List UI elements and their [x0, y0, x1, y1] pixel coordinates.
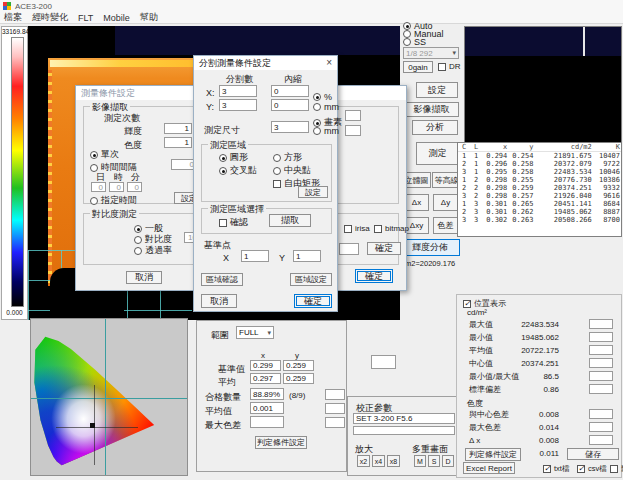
- table-row[interactable]: 110.2940.25421891.67510407: [458, 152, 621, 161]
- setting-button[interactable]: 設定: [416, 82, 458, 98]
- multi-m-button[interactable]: M: [414, 455, 426, 467]
- split-measure-dialog[interactable]: 分割測量條件設定 × 分割數 內縮 X: 3 0 Y: 3 0 % mm 測定尺…: [193, 55, 338, 312]
- max-color-diff-field[interactable]: [250, 416, 284, 428]
- table-row[interactable]: 130.3010.26520451.1418684: [458, 200, 621, 208]
- analyze-button[interactable]: 分析: [412, 120, 458, 135]
- zoom-x4-button[interactable]: x4: [372, 455, 385, 467]
- table-row[interactable]: 310.2950.25822483.53410046: [458, 168, 621, 176]
- mean-field[interactable]: 0.001: [250, 402, 284, 414]
- cross-point-radio[interactable]: 交叉點: [219, 164, 257, 177]
- aux-field[interactable]: [345, 125, 361, 136]
- stat-box[interactable]: [589, 435, 613, 445]
- menu-item[interactable]: 檔案: [4, 11, 22, 24]
- x-inset-field[interactable]: 0: [271, 85, 309, 97]
- specified-time-radio[interactable]: 指定時間: [90, 194, 137, 207]
- ss-radio[interactable]: SS: [403, 37, 426, 47]
- sub-ok-button[interactable]: 確定: [367, 242, 401, 255]
- result-box[interactable]: [325, 403, 345, 414]
- menu-item[interactable]: 幫助: [140, 11, 158, 24]
- circle-radio[interactable]: 圓形: [219, 151, 248, 164]
- close-icon[interactable]: ×: [326, 58, 332, 68]
- menu-item[interactable]: FLT: [78, 13, 93, 23]
- excel-report-button[interactable]: Excel Report: [463, 462, 515, 474]
- reference-y-field[interactable]: 0.259: [283, 360, 314, 371]
- base-y-field[interactable]: 1: [293, 250, 321, 262]
- table-row[interactable]: 220.2980.25920374.2519332: [458, 184, 621, 192]
- bitmap-checkbox[interactable]: bitmap: [374, 224, 409, 233]
- stat-box[interactable]: [589, 371, 613, 381]
- stat-box[interactable]: [589, 384, 613, 394]
- measure-size-field[interactable]: 3: [271, 121, 309, 133]
- y-divisions-field[interactable]: 3: [219, 99, 257, 111]
- calibration-preset-field[interactable]: SET 3-200 F5.6: [353, 413, 455, 424]
- table-row[interactable]: 210.2960.25820372.0799722: [458, 160, 621, 168]
- cancel-button[interactable]: 取消: [201, 294, 237, 308]
- center-point-radio[interactable]: 中央點: [273, 164, 311, 177]
- cie-diagram[interactable]: [30, 318, 188, 476]
- shutter-dropdown[interactable]: 1/8 292▾: [403, 47, 459, 59]
- mm-radio[interactable]: mm: [313, 126, 339, 136]
- judge-condition-button[interactable]: 判定條件設定: [255, 436, 307, 449]
- stat-box[interactable]: [589, 358, 613, 368]
- base-x-field[interactable]: 1: [241, 250, 269, 262]
- range-dropdown[interactable]: FULL▾: [236, 326, 274, 339]
- day-field[interactable]: 0: [91, 182, 106, 192]
- image-file-checkbox[interactable]: 影像檔: [610, 464, 623, 474]
- cancel-button[interactable]: 取消: [126, 271, 162, 284]
- table-row[interactable]: 330.3020.26320508.2668700: [458, 216, 621, 224]
- irisa-checkbox[interactable]: irisa: [344, 224, 370, 233]
- chroma-count-field[interactable]: 1: [164, 137, 192, 148]
- area-setting-button[interactable]: 設定: [298, 186, 328, 198]
- ok-button[interactable]: 確定: [294, 294, 332, 308]
- delta-x-button[interactable]: Δx: [404, 194, 429, 211]
- aux-field[interactable]: [339, 243, 359, 255]
- luminance-count-field[interactable]: 1: [164, 123, 192, 134]
- reference-x-field[interactable]: 0.299: [250, 360, 281, 371]
- aux-field[interactable]: [371, 355, 396, 369]
- color-diff-button[interactable]: 色差: [433, 217, 458, 234]
- stat-box[interactable]: [589, 345, 613, 355]
- table-row[interactable]: 230.3010.26219485.0628887: [458, 208, 621, 216]
- square-radio[interactable]: 方形: [273, 151, 302, 164]
- stat-box[interactable]: [589, 409, 613, 419]
- aux-field[interactable]: [345, 110, 361, 121]
- grab-button[interactable]: 擷取: [269, 214, 311, 227]
- zoom-x8-button[interactable]: x8: [387, 455, 400, 467]
- result-box[interactable]: [325, 417, 345, 428]
- result-box[interactable]: [325, 389, 345, 400]
- transmittance-radio[interactable]: 透過率: [134, 244, 172, 257]
- save-button[interactable]: 儲存: [567, 448, 619, 460]
- multi-d-button[interactable]: D: [442, 455, 454, 467]
- stat-box[interactable]: [589, 319, 613, 329]
- minute-field[interactable]: 0: [127, 182, 142, 192]
- dr-checkbox[interactable]: DR: [438, 62, 461, 71]
- table-row[interactable]: 320.2980.25721926.0409616: [458, 192, 621, 200]
- mm-radio[interactable]: mm: [313, 102, 339, 112]
- gain-button[interactable]: 0gain: [403, 61, 433, 73]
- csv-file-checkbox[interactable]: csv檔: [577, 464, 607, 474]
- txt-file-checkbox[interactable]: txt檔: [543, 464, 569, 474]
- stat-box[interactable]: [589, 332, 613, 342]
- menu-item[interactable]: Mobile: [103, 13, 130, 23]
- pass-count-field[interactable]: 88.89%: [250, 388, 284, 400]
- x-divisions-field[interactable]: 3: [219, 85, 257, 97]
- table-row[interactable]: 120.2980.25520776.73010386: [458, 176, 621, 184]
- preview-panel[interactable]: [464, 26, 622, 144]
- hour-field[interactable]: 0: [109, 182, 124, 192]
- delta-y-button[interactable]: Δy: [433, 194, 458, 211]
- calibration-extra-field[interactable]: [353, 426, 455, 435]
- area-confirm-button[interactable]: 區域確認: [201, 273, 243, 286]
- y-inset-field[interactable]: 0: [271, 99, 309, 111]
- percent-radio[interactable]: %: [313, 92, 332, 102]
- confirm-checkbox[interactable]: 確認: [219, 216, 248, 229]
- average-y-field[interactable]: 0.259: [283, 373, 314, 384]
- results-table[interactable]: CLxycd/m2K 110.2940.25421891.67510407210…: [457, 142, 622, 237]
- measure-button[interactable]: 測定: [416, 142, 459, 165]
- multi-s-button[interactable]: S: [428, 455, 440, 467]
- zoom-x2-button[interactable]: x2: [357, 455, 370, 467]
- judge-condition-button[interactable]: 判定條件設定: [465, 448, 521, 461]
- area-set-button[interactable]: 區域設定: [290, 273, 332, 286]
- luminance-dist-button[interactable]: 輝度分佈: [400, 239, 460, 256]
- dialog-title-bar[interactable]: 分割測量條件設定 ×: [194, 56, 337, 70]
- menu-item[interactable]: 經時變化: [32, 11, 68, 24]
